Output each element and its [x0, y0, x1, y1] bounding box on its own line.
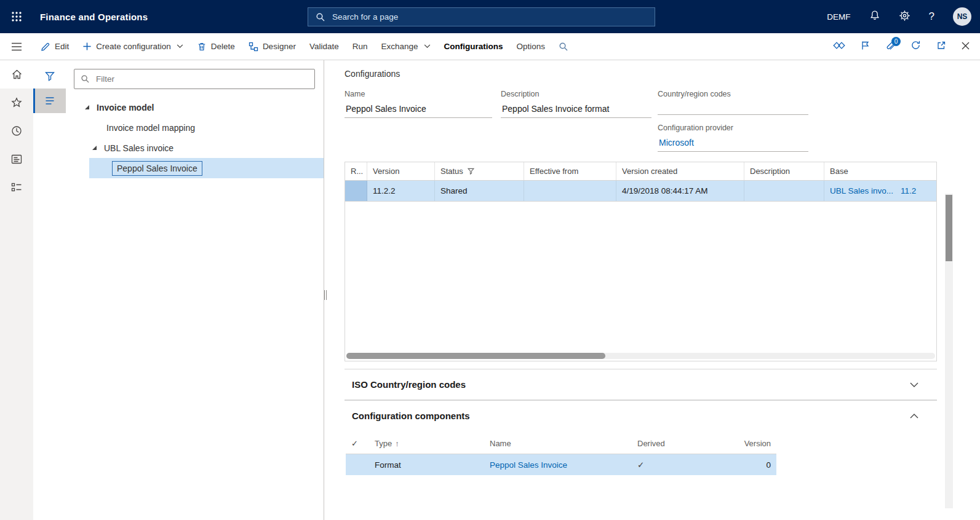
tree-item-ubl-sales-invoice[interactable]: UBL Sales invoice [74, 138, 324, 158]
search-icon [316, 12, 325, 22]
country-region-value[interactable] [658, 104, 808, 115]
delete-button[interactable]: Delete [197, 42, 235, 52]
column-header-version[interactable]: Version [367, 162, 435, 180]
designer-icon [249, 42, 258, 52]
horizontal-scrollbar-thumb[interactable] [346, 353, 605, 359]
open-in-new-window-button[interactable] [936, 41, 946, 53]
horizontal-scrollbar[interactable] [346, 353, 935, 359]
column-header-description[interactable]: Description [744, 162, 824, 180]
column-header-name[interactable]: Name [484, 439, 632, 448]
nav-modules-button[interactable] [0, 173, 33, 202]
app-launcher-button[interactable] [0, 0, 33, 33]
tree-view-tool-button[interactable] [33, 89, 66, 113]
exchange-button[interactable]: Exchange [381, 42, 430, 51]
notifications-button[interactable] [869, 10, 880, 23]
refresh-icon [910, 40, 921, 50]
avatar[interactable]: NS [953, 7, 971, 26]
waffle-icon [11, 11, 22, 22]
plus-icon [82, 42, 92, 51]
page-search-input[interactable] [331, 12, 647, 22]
configuration-components-section-title: Configuration components [352, 411, 470, 421]
designer-label: Designer [263, 42, 296, 51]
component-version-cell[interactable]: 0 [733, 460, 776, 470]
attachments-button[interactable]: 0 [885, 41, 895, 52]
nav-recent-button[interactable] [0, 117, 33, 145]
column-header-effective-from[interactable]: Effective from [524, 162, 616, 180]
component-row[interactable]: Format Peppol Sales Invoice ✓ 0 [346, 454, 776, 475]
components-grid-header: ✓ Type ↑ Name Derived Version [346, 433, 776, 454]
configuration-components-section-header[interactable]: Configuration components [345, 400, 937, 431]
type-cell[interactable]: Format [369, 460, 484, 470]
vertical-scrollbar[interactable] [945, 194, 953, 508]
apps-button[interactable] [833, 41, 845, 53]
column-header-derived[interactable]: Derived [632, 439, 733, 448]
filter-tool-button[interactable] [33, 64, 66, 89]
refresh-button[interactable] [910, 40, 921, 53]
country-region-label: Country/region codes [658, 90, 808, 98]
create-configuration-button[interactable]: Create configuration [82, 42, 183, 51]
tree-item-invoice-model[interactable]: Invoice model [74, 97, 324, 117]
version-row[interactable]: 11.2.2 Shared 4/19/2018 08:44:17 AM UBL … [345, 181, 936, 202]
splitter-grip[interactable] [324, 290, 327, 300]
run-button[interactable]: Run [353, 42, 368, 51]
tab-options[interactable]: Options [517, 42, 546, 51]
validate-button[interactable]: Validate [309, 42, 339, 51]
tree-filter-input[interactable] [95, 74, 308, 84]
description-value[interactable]: Peppol Sales Invoice format [501, 104, 651, 118]
tree-item-invoice-model-mapping[interactable]: Invoice model mapping [74, 117, 324, 138]
close-button[interactable] [962, 41, 970, 52]
flag-button[interactable] [861, 41, 870, 53]
create-configuration-label: Create configuration [96, 42, 171, 51]
page-title: Configurations [345, 69, 964, 80]
column-header-repository[interactable]: R... [345, 162, 367, 180]
help-button[interactable]: ? [929, 10, 934, 23]
nav-toggle-button[interactable] [0, 33, 33, 60]
select-all-check-icon[interactable]: ✓ [346, 439, 369, 448]
action-search-button[interactable] [559, 42, 568, 52]
company-picker[interactable]: DEMF [827, 12, 850, 22]
expanded-arrow-icon[interactable] [85, 105, 89, 109]
nav-workspace-button[interactable] [0, 145, 33, 173]
bell-icon [869, 10, 880, 21]
version-cell[interactable]: 11.2.2 [367, 181, 435, 201]
tree-tools-column [33, 60, 66, 520]
row-selector-cell[interactable] [345, 181, 367, 201]
gear-icon [899, 10, 910, 22]
tree-item-label: Invoice model [97, 103, 154, 112]
column-header-status[interactable]: Status [435, 162, 524, 180]
designer-button[interactable]: Designer [249, 42, 296, 52]
column-header-base[interactable]: Base [824, 162, 936, 180]
page-search-box[interactable] [308, 7, 655, 26]
column-header-type[interactable]: Type ↑ [369, 439, 484, 448]
configuration-components-section: Configuration components ✓ Type ↑ Name D… [345, 400, 937, 475]
tree-item-label: Peppol Sales Invoice [112, 161, 202, 176]
versions-grid: R... Version Status Effective from Versi… [345, 162, 937, 361]
base-configuration-link[interactable]: UBL Sales invo... [830, 186, 893, 195]
settings-button[interactable] [899, 10, 910, 24]
country-region-field: Country/region codes [658, 90, 808, 115]
component-name-link[interactable]: Peppol Sales Invoice [490, 460, 567, 470]
open-in-new-window-icon [936, 41, 946, 50]
nav-home-button[interactable] [0, 60, 33, 89]
description-field: Description Peppol Sales Invoice format [501, 90, 651, 152]
iso-codes-section-header[interactable]: ISO Country/region codes [345, 369, 937, 400]
vertical-scrollbar-thumb[interactable] [946, 195, 952, 261]
edit-button[interactable]: Edit [41, 42, 69, 52]
effective-from-cell[interactable] [524, 181, 616, 201]
tree-filter-box[interactable] [74, 69, 315, 89]
expanded-arrow-icon[interactable] [92, 146, 97, 150]
column-header-version[interactable]: Version [733, 439, 776, 448]
tab-configurations[interactable]: Configurations [444, 42, 503, 51]
status-cell[interactable]: Shared [435, 181, 524, 201]
column-header-version-created[interactable]: Version created [616, 162, 744, 180]
configuration-provider-link[interactable]: Microsoft [659, 138, 694, 148]
description-cell[interactable] [744, 181, 824, 201]
hamburger-icon [11, 42, 22, 51]
version-created-cell[interactable]: 4/19/2018 08:44:17 AM [616, 181, 744, 201]
nav-favorites-button[interactable] [0, 89, 33, 117]
base-version-link[interactable]: 11.2 [901, 186, 916, 195]
name-value[interactable]: Peppol Sales Invoice [345, 104, 492, 118]
derived-check-icon: ✓ [632, 460, 733, 470]
tree-item-peppol-sales-invoice[interactable]: Peppol Sales Invoice [89, 158, 324, 178]
funnel-icon [45, 71, 55, 81]
